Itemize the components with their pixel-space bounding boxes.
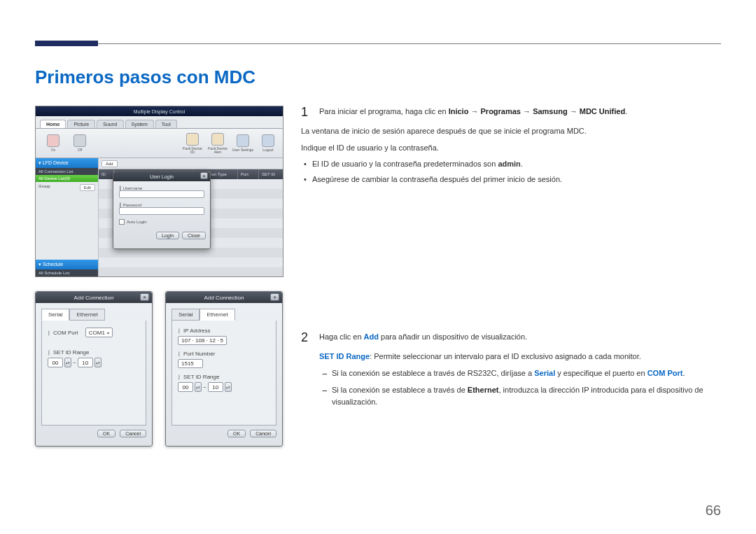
fault-alert-label: Fault Device Alert <box>207 147 228 154</box>
mdc-toolbar: On Off Fault Device (0) Fault Device Ale… <box>36 129 283 158</box>
mdc-main-tabs: Home Picture Sound System Tool <box>36 116 283 129</box>
add-ethernet-cancel-button[interactable]: Cancel <box>250 430 276 437</box>
chevron-down-icon: ▾ <box>107 330 109 335</box>
set-id-from[interactable]: 00 <box>178 382 193 392</box>
range-separator: ~ <box>203 384 206 391</box>
set-id-to[interactable]: 10 <box>208 382 223 392</box>
add-serial-ok-button[interactable]: OK <box>97 430 115 437</box>
com-port-combo[interactable]: COM1▾ <box>85 328 113 337</box>
user-settings-label: User Settings <box>232 148 253 152</box>
power-on-icon[interactable]: On <box>43 132 64 155</box>
port-number-label: Port Number <box>178 351 270 357</box>
login-button[interactable]: Login <box>156 232 179 239</box>
bullet-change-password: Asegúrese de cambiar la contraseña despu… <box>302 174 721 186</box>
set-id-range-label: SET ID Range <box>178 374 270 380</box>
ip-address-input[interactable]: 107 · 108 · 12 · 5 <box>178 336 227 345</box>
tab-system[interactable]: System <box>125 120 154 128</box>
col-port: Port <box>238 169 259 179</box>
spinner-icon[interactable]: ▴▾ <box>195 382 202 392</box>
page-number: 66 <box>706 503 721 519</box>
step-2-number: 2 <box>301 331 311 344</box>
mdc-center-toolbar: Add <box>99 158 283 169</box>
sidebar-lfd-device[interactable]: ▾ LFD Device <box>36 158 98 168</box>
step-1: 1 Para iniciar el programa, haga clic en… <box>301 106 721 118</box>
mdc-sidebar: ▾ LFD Device All Connection List All Dev… <box>36 158 99 276</box>
step-1-number: 1 <box>301 106 311 118</box>
com-port-label: COM Port COM1▾ <box>48 328 140 337</box>
tab-ethernet[interactable]: Ethernet <box>69 309 104 321</box>
logout-icon[interactable]: Logout <box>258 132 279 155</box>
step-1-text: Para iniciar el programa, haga clic en I… <box>319 106 627 118</box>
login-close-button[interactable]: Close <box>182 232 206 239</box>
tab-home[interactable]: Home <box>40 120 66 128</box>
range-separator: ~ <box>73 360 76 366</box>
add-serial-title: Add Connection <box>74 295 114 301</box>
sidebar-all-schedule[interactable]: All Schedule List <box>36 269 98 276</box>
add-connection-ethernet-dialog: Add Connection × Serial Ethernet IP Addr… <box>165 291 283 447</box>
bullet-default-admin: El ID de usuario y la contraseña predete… <box>302 158 721 171</box>
tab-tool[interactable]: Tool <box>155 120 177 128</box>
col-set-id: SET ID <box>259 169 283 179</box>
login-dialog-title: User Login <box>150 174 174 179</box>
tab-sound[interactable]: Sound <box>97 120 123 128</box>
login-username-label: ┃ Username <box>119 185 204 190</box>
step-2-dashes: Si la conexión se establece a través de … <box>302 367 721 409</box>
sidebar-group-label: Group <box>38 184 50 191</box>
add-ethernet-close-icon[interactable]: × <box>270 293 279 301</box>
port-number-input[interactable]: 1515 <box>178 359 203 368</box>
checkbox-icon <box>119 219 125 225</box>
ip-address-label: IP Address <box>178 328 270 334</box>
add-connection-button[interactable]: Add <box>102 160 118 167</box>
set-id-from[interactable]: 00 <box>48 358 63 367</box>
tab-ethernet[interactable]: Ethernet <box>200 309 234 321</box>
col-id: ID <box>99 169 114 179</box>
add-ethernet-title: Add Connection <box>204 295 244 301</box>
auto-login-label: Auto Login <box>127 220 147 224</box>
set-id-range-controls: 00 ▴▾ ~ 10 ▴▾ <box>178 382 232 392</box>
header-accent-bar <box>35 41 98 46</box>
set-id-range-controls: 00 ▴▾ ~ 10 ▴▾ <box>48 358 102 367</box>
login-username-input[interactable] <box>119 190 204 198</box>
sidebar-schedule[interactable]: ▾ Schedule <box>36 260 98 269</box>
add-ethernet-ok-button[interactable]: OK <box>227 430 246 437</box>
login-close-icon[interactable]: × <box>200 172 208 179</box>
header-rule <box>35 43 721 44</box>
login-dialog-titlebar: User Login × <box>113 171 210 181</box>
sidebar-edit-button[interactable]: Edit <box>80 184 95 191</box>
step-1-bullets: El ID de usuario y la contraseña predete… <box>302 158 721 185</box>
user-settings-icon[interactable]: User Settings <box>232 132 253 155</box>
spinner-icon[interactable]: ▴▾ <box>94 358 102 367</box>
login-password-label: ┃ Password <box>119 202 204 207</box>
mdc-main-window: Multiple Display Control Home Picture So… <box>35 106 284 277</box>
spinner-icon[interactable]: ▴▾ <box>225 382 232 392</box>
sidebar-group-row: Group Edit <box>36 182 98 193</box>
user-login-dialog: User Login × ┃ Username ┃ Password <box>113 171 211 249</box>
figures-column: Multiple Display Control Home Picture So… <box>35 106 284 447</box>
add-connection-serial-dialog: Add Connection × Serial Ethernet COM Por… <box>35 291 153 447</box>
sidebar-all-device[interactable]: All Device List(0) <box>36 175 98 182</box>
spinner-icon[interactable]: ▴▾ <box>64 358 71 367</box>
sidebar-all-connection[interactable]: All Connection List <box>36 168 98 175</box>
add-serial-close-icon[interactable]: × <box>140 293 149 301</box>
set-id-range-desc: SET ID Range: Permite seleccionar un int… <box>301 351 721 363</box>
power-off-icon[interactable]: Off <box>69 132 90 155</box>
add-serial-cancel-button[interactable]: Cancel <box>120 430 146 437</box>
instructions-column: 1 Para iniciar el programa, haga clic en… <box>301 106 721 447</box>
login-password-input[interactable] <box>119 207 204 215</box>
step-2-text: Haga clic en Add para añadir un disposit… <box>319 331 527 344</box>
step-2: 2 Haga clic en Add para añadir un dispos… <box>301 331 721 344</box>
logout-label: Logout <box>262 148 273 152</box>
mdc-titlebar: Multiple Display Control <box>36 106 283 116</box>
fault-device-label: Fault Device (0) <box>182 147 203 154</box>
set-id-to[interactable]: 10 <box>78 358 93 367</box>
tab-serial[interactable]: Serial <box>172 309 200 321</box>
fault-alert-icon[interactable]: Fault Device Alert <box>207 132 228 155</box>
page-title: Primeros pasos con MDC <box>35 66 721 88</box>
step-1-para-2: Indique el ID de usuario y la contraseña… <box>301 142 721 155</box>
auto-login-checkbox[interactable]: Auto Login <box>119 219 204 225</box>
tab-serial[interactable]: Serial <box>41 309 69 321</box>
fault-device-icon[interactable]: Fault Device (0) <box>182 132 203 155</box>
tab-picture[interactable]: Picture <box>67 120 95 128</box>
dash-ethernet: Si la conexión se establece a través de … <box>321 384 721 409</box>
dash-serial: Si la conexión se establece a través de … <box>321 367 721 380</box>
